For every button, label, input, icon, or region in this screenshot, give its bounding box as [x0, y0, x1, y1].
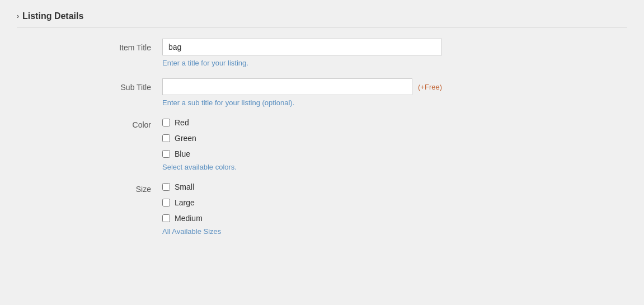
sub-title-label: Sub Title: [28, 78, 162, 92]
size-large-item[interactable]: Large: [162, 198, 442, 207]
color-blue-checkbox[interactable]: [162, 150, 170, 158]
size-label: Size: [28, 182, 162, 194]
section-header: › Listing Details: [17, 11, 627, 27]
size-field: Small Large Medium All Available Sizes: [162, 182, 442, 236]
chevron-icon: ›: [17, 12, 19, 20]
size-small-checkbox[interactable]: [162, 183, 170, 191]
sub-title-hint: Enter a sub title for your listing (opti…: [162, 98, 442, 107]
color-checkbox-group: Red Green Blue: [162, 118, 442, 158]
color-hint: Select available colors.: [162, 163, 442, 171]
color-label: Color: [28, 118, 162, 129]
size-medium-label: Medium: [175, 214, 203, 223]
subtitle-row: (+Free): [162, 78, 442, 95]
color-red-checkbox[interactable]: [162, 119, 170, 126]
color-green-label: Green: [175, 134, 196, 143]
sub-title-field: (+Free) Enter a sub title for your listi…: [162, 78, 442, 107]
section-title: Listing Details: [22, 11, 83, 21]
item-title-input[interactable]: [162, 39, 442, 55]
item-title-field: Enter a title for your listing.: [162, 39, 442, 67]
color-green-item[interactable]: Green: [162, 134, 442, 143]
size-medium-checkbox[interactable]: [162, 214, 170, 222]
color-field: Red Green Blue Select available colors.: [162, 118, 442, 171]
color-red-item[interactable]: Red: [162, 118, 442, 127]
color-red-label: Red: [175, 118, 189, 127]
free-badge: (+Free): [418, 83, 442, 91]
page-container: › Listing Details Item Title Enter a tit…: [0, 0, 644, 258]
sub-title-input[interactable]: [162, 78, 412, 95]
size-small-item[interactable]: Small: [162, 182, 442, 191]
size-large-checkbox[interactable]: [162, 199, 170, 207]
size-hint: All Available Sizes: [162, 227, 442, 236]
color-green-checkbox[interactable]: [162, 134, 170, 142]
size-row: Size Small Large Medium Al: [28, 182, 627, 236]
size-checkbox-group: Small Large Medium: [162, 182, 442, 223]
color-blue-item[interactable]: Blue: [162, 149, 442, 158]
color-row: Color Red Green Blue Selec: [28, 118, 627, 171]
sub-title-row: Sub Title (+Free) Enter a sub title for …: [28, 78, 627, 107]
size-large-label: Large: [175, 198, 195, 207]
color-blue-label: Blue: [175, 149, 190, 158]
size-medium-item[interactable]: Medium: [162, 214, 442, 223]
item-title-row: Item Title Enter a title for your listin…: [28, 39, 627, 67]
item-title-hint: Enter a title for your listing.: [162, 59, 442, 67]
size-small-label: Small: [175, 182, 194, 191]
form-body: Item Title Enter a title for your listin…: [17, 39, 627, 236]
item-title-label: Item Title: [28, 39, 162, 52]
